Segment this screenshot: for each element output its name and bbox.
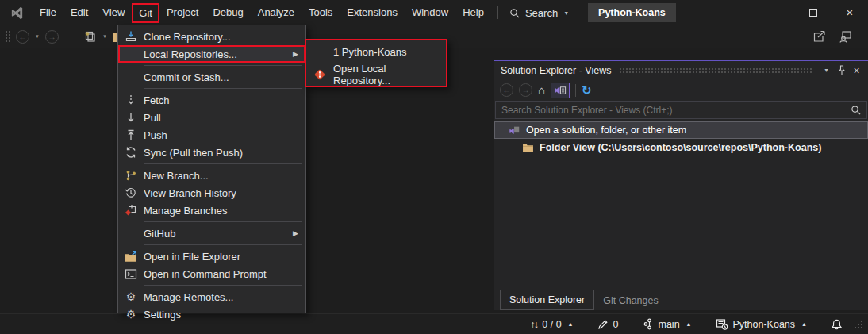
- sync-status-button[interactable]: ↑↓ 0 / 0 ▲: [530, 318, 573, 330]
- menu-item-open-in-file-explorer[interactable]: Open in File Explorer: [118, 248, 305, 265]
- active-document-badge[interactable]: Python-Koans: [588, 3, 676, 22]
- tab-git-changes[interactable]: Git Changes: [594, 290, 666, 310]
- close-icon: ×: [853, 64, 859, 77]
- menu-file[interactable]: File: [33, 2, 63, 23]
- chevron-down-icon: ▼: [563, 10, 569, 16]
- menu-extensions[interactable]: Extensions: [340, 2, 405, 23]
- open-file-explorer-icon: [118, 251, 144, 263]
- search-icon[interactable]: [845, 105, 866, 115]
- menu-item-manage-branches[interactable]: Manage Branches: [118, 202, 305, 219]
- menu-item-commit-or-stash[interactable]: Commit or Stash...: [118, 68, 305, 86]
- sync-icon: [118, 146, 144, 159]
- menu-item-label: GitHub: [144, 228, 175, 240]
- tree-item-label: Folder View (C:\Users\contoso\source\rep…: [540, 142, 821, 153]
- maximize-button[interactable]: [795, 0, 832, 25]
- close-icon: ×: [847, 9, 854, 17]
- menu-item-sync[interactable]: Sync (Pull then Push): [118, 144, 305, 161]
- menu-item-label: View Branch History: [144, 187, 236, 199]
- home-icon[interactable]: ⌂: [538, 84, 545, 96]
- pin-icon: [837, 65, 847, 75]
- minimize-button[interactable]: [759, 0, 795, 25]
- submenu-item-python-koans[interactable]: 1 Python-Koans: [306, 43, 446, 61]
- panel-title-bar[interactable]: Solution Explorer - Views ▼ ×: [494, 61, 868, 79]
- visual-studio-item-icon: [509, 125, 520, 136]
- new-branch-icon: [118, 169, 144, 182]
- navigate-back-caret-icon[interactable]: ▼: [35, 34, 40, 39]
- current-repository-button[interactable]: Python-Koans ▲: [716, 318, 807, 330]
- close-button[interactable]: ×: [832, 0, 868, 25]
- notifications-button[interactable]: [831, 318, 843, 331]
- menu-item-github[interactable]: GitHub ▶: [118, 225, 305, 242]
- clone-repository-icon: [118, 30, 144, 43]
- menu-git[interactable]: Git: [132, 3, 159, 23]
- panel-toolbar-separator: [575, 84, 576, 97]
- feedback-icon[interactable]: [839, 30, 852, 43]
- chevron-down-icon: ▼: [824, 67, 829, 73]
- menu-item-label: New Branch...: [144, 170, 209, 182]
- submenu-item-open-local-repository[interactable]: Open Local Repository...: [306, 65, 446, 83]
- explorer-forward-button[interactable]: →: [519, 83, 532, 97]
- explorer-back-button[interactable]: ←: [500, 83, 513, 97]
- branch-history-icon: [118, 186, 144, 199]
- menu-item-pull[interactable]: Pull: [118, 109, 305, 126]
- tree-item-open-solution[interactable]: Open a solution, folder, or other item: [494, 121, 868, 139]
- menu-item-new-branch[interactable]: New Branch...: [118, 167, 305, 184]
- window-position-button[interactable]: ▼: [819, 63, 834, 78]
- menu-separator: [144, 285, 302, 286]
- search-control[interactable]: Search ▼: [505, 7, 574, 19]
- current-branch-button[interactable]: main ▲: [643, 318, 692, 330]
- pending-edits-button[interactable]: 0: [597, 319, 619, 330]
- repo-name: Python-Koans: [733, 319, 796, 330]
- switch-views-button[interactable]: [551, 83, 570, 98]
- menu-item-label: Fetch: [144, 94, 170, 106]
- explorer-search-input[interactable]: [496, 105, 845, 116]
- push-icon: [118, 129, 144, 141]
- fetch-icon: [118, 94, 144, 106]
- resize-grip[interactable]: [854, 320, 863, 329]
- menu-item-open-in-command-prompt[interactable]: Open in Command Prompt: [118, 265, 305, 282]
- share-icon[interactable]: [812, 30, 826, 43]
- panel-drag-texture[interactable]: [619, 67, 812, 75]
- title-bar: File Edit View Git Project Debug Analyze…: [0, 0, 868, 25]
- menu-separator: [144, 221, 302, 222]
- pull-icon: [118, 111, 144, 124]
- menu-project[interactable]: Project: [159, 2, 205, 23]
- gear-icon: ⚙: [118, 291, 144, 302]
- menu-item-clone-repository[interactable]: Clone Repository...: [118, 28, 305, 45]
- sync-arrows-icon: ↑↓: [530, 318, 537, 330]
- menu-item-label: Pull: [144, 112, 161, 124]
- tab-solution-explorer[interactable]: Solution Explorer: [500, 290, 594, 310]
- command-prompt-icon: [118, 268, 144, 280]
- menu-edit[interactable]: Edit: [63, 2, 95, 23]
- menu-view[interactable]: View: [95, 2, 132, 23]
- menu-tools[interactable]: Tools: [301, 2, 340, 23]
- navigate-forward-button[interactable]: →: [45, 30, 59, 44]
- menu-help[interactable]: Help: [455, 2, 491, 23]
- menu-window[interactable]: Window: [405, 2, 455, 23]
- tree-item-folder-view[interactable]: Folder View (C:\Users\contoso\source\rep…: [494, 139, 868, 156]
- pencil-icon: [597, 319, 609, 330]
- menu-analyze[interactable]: Analyze: [251, 2, 301, 23]
- menu-item-settings[interactable]: ⚙ Settings: [118, 305, 305, 323]
- submenu-item-label: Open Local Repository...: [333, 63, 446, 86]
- pin-button[interactable]: [834, 63, 849, 78]
- menu-debug[interactable]: Debug: [205, 2, 250, 23]
- new-project-caret-icon[interactable]: ▼: [102, 34, 107, 39]
- git-repository-icon: [306, 68, 333, 81]
- edit-count: 0: [613, 319, 619, 330]
- visual-studio-logo-icon: [10, 6, 25, 21]
- menu-item-push[interactable]: Push: [118, 126, 305, 144]
- menu-item-fetch[interactable]: Fetch: [118, 91, 305, 109]
- refresh-icon[interactable]: ↻: [582, 84, 592, 96]
- menu-item-label: Clone Repository...: [144, 31, 231, 43]
- toolbar-grip[interactable]: [5, 30, 10, 44]
- menu-item-local-repositories[interactable]: Local Repositories... ▶: [118, 45, 305, 63]
- titlebar-separator: [497, 6, 498, 19]
- navigate-back-button[interactable]: ←: [16, 30, 29, 44]
- new-project-button[interactable]: [83, 30, 97, 44]
- menu-separator: [144, 244, 302, 245]
- visual-studio-views-icon: [554, 85, 567, 96]
- menu-item-view-branch-history[interactable]: View Branch History: [118, 184, 305, 202]
- menu-item-manage-remotes[interactable]: ⚙ Manage Remotes...: [118, 288, 305, 305]
- panel-close-button[interactable]: ×: [849, 63, 864, 78]
